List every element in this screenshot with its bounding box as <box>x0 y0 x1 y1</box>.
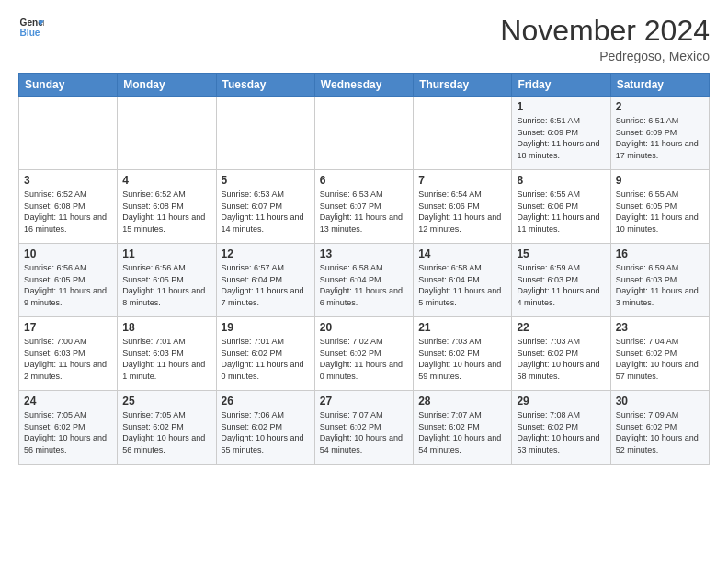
calendar-cell: 13Sunrise: 6:58 AM Sunset: 6:04 PM Dayli… <box>314 244 413 317</box>
day-number: 2 <box>616 100 704 113</box>
cell-content: Sunrise: 6:53 AM Sunset: 6:07 PM Dayligh… <box>222 189 310 235</box>
cell-content: Sunrise: 6:51 AM Sunset: 6:09 PM Dayligh… <box>517 115 605 161</box>
weekday-header: Wednesday <box>314 74 413 97</box>
calendar-cell: 12Sunrise: 6:57 AM Sunset: 6:04 PM Dayli… <box>216 244 314 317</box>
cell-content: Sunrise: 6:57 AM Sunset: 6:04 PM Dayligh… <box>222 262 310 308</box>
day-number: 21 <box>418 321 506 334</box>
weekday-header: Sunday <box>19 74 118 97</box>
cell-content: Sunrise: 7:08 AM Sunset: 6:02 PM Dayligh… <box>517 409 605 455</box>
cell-content: Sunrise: 6:59 AM Sunset: 6:03 PM Dayligh… <box>517 262 605 308</box>
calendar-cell <box>19 97 118 170</box>
calendar-body: 1Sunrise: 6:51 AM Sunset: 6:09 PM Daylig… <box>19 97 710 465</box>
logo: General Blue <box>18 15 44 40</box>
cell-content: Sunrise: 7:05 AM Sunset: 6:02 PM Dayligh… <box>24 409 112 455</box>
cell-content: Sunrise: 6:54 AM Sunset: 6:06 PM Dayligh… <box>418 189 506 235</box>
cell-content: Sunrise: 6:58 AM Sunset: 6:04 PM Dayligh… <box>320 262 408 308</box>
day-number: 28 <box>418 395 506 408</box>
day-number: 11 <box>122 247 210 260</box>
calendar-cell: 11Sunrise: 6:56 AM Sunset: 6:05 PM Dayli… <box>118 244 216 317</box>
day-number: 26 <box>222 395 310 408</box>
calendar-cell: 24Sunrise: 7:05 AM Sunset: 6:02 PM Dayli… <box>19 391 118 465</box>
day-number: 10 <box>24 247 112 260</box>
cell-content: Sunrise: 6:56 AM Sunset: 6:05 PM Dayligh… <box>122 262 210 308</box>
weekday-header: Friday <box>512 74 610 97</box>
day-number: 13 <box>320 247 408 260</box>
calendar-cell: 25Sunrise: 7:05 AM Sunset: 6:02 PM Dayli… <box>118 391 216 465</box>
day-number: 1 <box>517 100 605 113</box>
cell-content: Sunrise: 7:03 AM Sunset: 6:02 PM Dayligh… <box>517 336 605 382</box>
cell-content: Sunrise: 7:01 AM Sunset: 6:03 PM Dayligh… <box>122 336 210 382</box>
cell-content: Sunrise: 7:06 AM Sunset: 6:02 PM Dayligh… <box>222 409 310 455</box>
day-number: 23 <box>616 321 704 334</box>
calendar-cell: 16Sunrise: 6:59 AM Sunset: 6:03 PM Dayli… <box>610 244 709 317</box>
calendar-cell: 17Sunrise: 7:00 AM Sunset: 6:03 PM Dayli… <box>19 317 118 391</box>
day-number: 6 <box>320 174 408 187</box>
calendar-table: SundayMondayTuesdayWednesdayThursdayFrid… <box>18 73 710 465</box>
weekday-header: Thursday <box>414 74 512 97</box>
day-number: 22 <box>517 321 605 334</box>
calendar-cell <box>414 97 512 170</box>
calendar-cell: 21Sunrise: 7:03 AM Sunset: 6:02 PM Dayli… <box>414 317 512 391</box>
calendar-cell: 19Sunrise: 7:01 AM Sunset: 6:02 PM Dayli… <box>216 317 314 391</box>
calendar-cell: 7Sunrise: 6:54 AM Sunset: 6:06 PM Daylig… <box>414 170 512 244</box>
cell-content: Sunrise: 7:07 AM Sunset: 6:02 PM Dayligh… <box>418 409 506 455</box>
weekday-header: Monday <box>118 74 216 97</box>
cell-content: Sunrise: 7:00 AM Sunset: 6:03 PM Dayligh… <box>24 336 112 382</box>
calendar-row: 3Sunrise: 6:52 AM Sunset: 6:08 PM Daylig… <box>19 170 710 244</box>
calendar-cell: 22Sunrise: 7:03 AM Sunset: 6:02 PM Dayli… <box>512 317 610 391</box>
weekday-header: Saturday <box>610 74 709 97</box>
day-number: 7 <box>418 174 506 187</box>
cell-content: Sunrise: 6:55 AM Sunset: 6:06 PM Dayligh… <box>517 189 605 235</box>
cell-content: Sunrise: 7:09 AM Sunset: 6:02 PM Dayligh… <box>616 409 704 455</box>
day-number: 12 <box>222 247 310 260</box>
calendar-cell: 26Sunrise: 7:06 AM Sunset: 6:02 PM Dayli… <box>216 391 314 465</box>
calendar-cell: 10Sunrise: 6:56 AM Sunset: 6:05 PM Dayli… <box>19 244 118 317</box>
day-number: 15 <box>517 247 605 260</box>
calendar-cell: 27Sunrise: 7:07 AM Sunset: 6:02 PM Dayli… <box>314 391 413 465</box>
day-number: 16 <box>616 247 704 260</box>
day-number: 30 <box>616 395 704 408</box>
cell-content: Sunrise: 6:52 AM Sunset: 6:08 PM Dayligh… <box>122 189 210 235</box>
title-block: November 2024 Pedregoso, Mexico <box>500 15 710 63</box>
header-row: SundayMondayTuesdayWednesdayThursdayFrid… <box>19 74 710 97</box>
calendar-cell: 2Sunrise: 6:51 AM Sunset: 6:09 PM Daylig… <box>610 97 709 170</box>
day-number: 18 <box>122 321 210 334</box>
calendar-cell: 20Sunrise: 7:02 AM Sunset: 6:02 PM Dayli… <box>314 317 413 391</box>
cell-content: Sunrise: 7:05 AM Sunset: 6:02 PM Dayligh… <box>122 409 210 455</box>
cell-content: Sunrise: 7:04 AM Sunset: 6:02 PM Dayligh… <box>616 336 704 382</box>
cell-content: Sunrise: 6:58 AM Sunset: 6:04 PM Dayligh… <box>418 262 506 308</box>
day-number: 20 <box>320 321 408 334</box>
day-number: 14 <box>418 247 506 260</box>
cell-content: Sunrise: 7:02 AM Sunset: 6:02 PM Dayligh… <box>320 336 408 382</box>
calendar-cell: 29Sunrise: 7:08 AM Sunset: 6:02 PM Dayli… <box>512 391 610 465</box>
day-number: 9 <box>616 174 704 187</box>
day-number: 3 <box>24 174 112 187</box>
calendar-cell: 6Sunrise: 6:53 AM Sunset: 6:07 PM Daylig… <box>314 170 413 244</box>
cell-content: Sunrise: 7:03 AM Sunset: 6:02 PM Dayligh… <box>418 336 506 382</box>
logo-icon: General Blue <box>18 15 44 40</box>
day-number: 8 <box>517 174 605 187</box>
cell-content: Sunrise: 6:59 AM Sunset: 6:03 PM Dayligh… <box>616 262 704 308</box>
cell-content: Sunrise: 7:01 AM Sunset: 6:02 PM Dayligh… <box>222 336 310 382</box>
cell-content: Sunrise: 6:51 AM Sunset: 6:09 PM Dayligh… <box>616 115 704 161</box>
calendar-cell <box>216 97 314 170</box>
cell-content: Sunrise: 6:55 AM Sunset: 6:05 PM Dayligh… <box>616 189 704 235</box>
day-number: 25 <box>122 395 210 408</box>
svg-text:Blue: Blue <box>20 28 40 38</box>
calendar-cell: 4Sunrise: 6:52 AM Sunset: 6:08 PM Daylig… <box>118 170 216 244</box>
calendar-cell: 1Sunrise: 6:51 AM Sunset: 6:09 PM Daylig… <box>512 97 610 170</box>
day-number: 29 <box>517 395 605 408</box>
calendar-cell: 3Sunrise: 6:52 AM Sunset: 6:08 PM Daylig… <box>19 170 118 244</box>
calendar-header: SundayMondayTuesdayWednesdayThursdayFrid… <box>19 74 710 97</box>
calendar-cell: 9Sunrise: 6:55 AM Sunset: 6:05 PM Daylig… <box>610 170 709 244</box>
day-number: 19 <box>222 321 310 334</box>
calendar-cell: 15Sunrise: 6:59 AM Sunset: 6:03 PM Dayli… <box>512 244 610 317</box>
calendar-cell: 28Sunrise: 7:07 AM Sunset: 6:02 PM Dayli… <box>414 391 512 465</box>
calendar-cell: 30Sunrise: 7:09 AM Sunset: 6:02 PM Dayli… <box>610 391 709 465</box>
calendar-cell: 8Sunrise: 6:55 AM Sunset: 6:06 PM Daylig… <box>512 170 610 244</box>
month-title: November 2024 <box>500 15 710 47</box>
calendar-cell: 14Sunrise: 6:58 AM Sunset: 6:04 PM Dayli… <box>414 244 512 317</box>
day-number: 4 <box>122 174 210 187</box>
calendar-cell: 5Sunrise: 6:53 AM Sunset: 6:07 PM Daylig… <box>216 170 314 244</box>
page: General Blue November 2024 Pedregoso, Me… <box>0 0 728 474</box>
